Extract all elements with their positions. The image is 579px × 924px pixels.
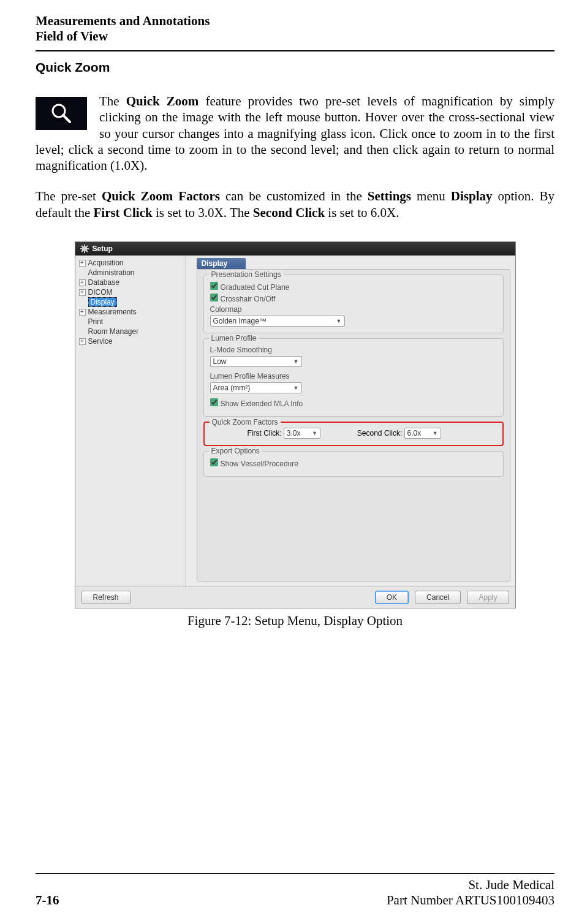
p2-t5: is set to 3.0X. The [153,205,253,220]
setup-window: Setup +Acquisition Administration +Datab… [75,241,516,608]
tree-item-roommanager[interactable]: Room Manager [77,327,184,336]
label-colormap: Colormap [210,305,497,314]
refresh-button[interactable]: Refresh [81,591,131,604]
plus-icon[interactable]: + [79,279,86,286]
tree-item-dicom[interactable]: +DICOM [77,287,184,297]
paragraph-2: The pre-set Quick Zoom Factors can be cu… [36,188,554,221]
nav-tree: +Acquisition Administration +Database +D… [75,256,186,586]
p2-t3: menu [411,189,451,203]
chevron-down-icon: ▼ [312,430,317,436]
plus-icon[interactable]: + [79,309,86,316]
tree-item-service[interactable]: +Service [77,336,184,346]
label-lmode-smoothing: L-Mode Smoothing [210,346,497,354]
p2-t2: can be customized in the [220,189,368,203]
dropdown-lmode-smoothing[interactable]: Low▼ [210,356,302,367]
tree-item-measurements[interactable]: +Measurements [77,307,184,317]
paragraph-1-bold: Quick Zoom [126,94,199,108]
group-label-presentation: Presentation Settings [209,270,284,279]
cancel-button[interactable]: Cancel [415,591,461,604]
p2-b5: Second Click [253,205,325,220]
section-heading: Quick Zoom [36,60,554,75]
window-titlebar[interactable]: Setup [75,242,515,256]
doc-header-line2: Field of View [36,29,554,44]
window-title: Setup [93,244,113,253]
footer-part-number: Part Number ARTUS100109403 [387,893,554,908]
group-lumen: Lumen Profile L-Mode Smoothing Low▼ Lume… [203,338,504,417]
dropdown-colormap-value: Golden Image™ [213,317,267,325]
svg-line-1 [63,115,70,122]
dropdown-first-click[interactable]: 3.0x▼ [284,428,320,439]
p2-t1: The pre-set [36,189,102,203]
dropdown-lumen-measures-value: Area (mm²) [213,384,251,392]
chevron-down-icon: ▼ [433,430,438,436]
chevron-down-icon: ▼ [293,385,299,391]
dropdown-colormap[interactable]: Golden Image™▼ [210,316,345,327]
group-label-lumen: Lumen Profile [209,334,259,343]
header-rule [36,50,554,51]
dropdown-first-click-value: 3.0x [287,429,301,437]
tree-item-administration[interactable]: Administration [77,268,184,278]
p2-b1: Quick Zoom Factors [102,189,220,203]
label-crosshair: Crosshair On/Off [221,295,276,303]
ok-button[interactable]: OK [375,591,409,604]
checkbox-graduated-cut-plane[interactable] [210,282,218,290]
paragraph-1: The Quick Zoom feature provides two pre-… [36,93,554,173]
panel-tab-display: Display [197,258,246,269]
tree-item-print[interactable]: Print [77,317,184,327]
label-show-vessel: Show Vessel/Procedure [221,460,298,468]
group-label-quick-zoom: Quick Zoom Factors [210,418,281,426]
checkbox-extended-mla[interactable] [210,398,218,406]
plus-icon[interactable]: + [79,260,86,267]
p2-b4: First Click [93,205,152,220]
display-panel: Presentation Settings Graduated Cut Plan… [197,269,510,581]
page-footer: 7-16 St. Jude Medical Part Number ARTUS1… [36,873,554,908]
dropdown-lumen-measures[interactable]: Area (mm²)▼ [210,382,302,393]
p2-t6: is set to 6.0X. [325,205,399,220]
page-number: 7-16 [36,893,59,908]
plus-icon[interactable]: + [79,289,86,296]
chevron-down-icon: ▼ [293,358,299,365]
p2-b2: Settings [368,189,411,203]
group-label-export: Export Options [209,447,262,455]
label-lumen-measures: Lumen Profile Measures [210,372,497,381]
group-export: Export Options Show Vessel/Procedure [203,451,504,477]
figure-block: Setup +Acquisition Administration +Datab… [36,241,554,629]
tree-item-database[interactable]: +Database [77,278,184,287]
checkbox-crosshair[interactable] [210,293,218,301]
plus-icon[interactable]: + [79,338,86,345]
dropdown-second-click[interactable]: 6.0x▼ [404,428,441,439]
dialog-button-row: Refresh OK Cancel Apply [75,586,515,608]
doc-header-line1: Measurements and Annotations [36,13,554,29]
label-second-click: Second Click: [357,429,402,437]
gear-icon [80,244,89,253]
label-graduated-cut-plane: Graduated Cut Plane [221,283,290,292]
chevron-down-icon: ▼ [336,318,342,324]
checkbox-show-vessel[interactable] [210,458,218,466]
tree-item-acquisition[interactable]: +Acquisition [77,258,184,268]
figure-caption: Figure 7-12: Setup Menu, Display Option [36,613,554,629]
apply-button[interactable]: Apply [467,591,509,604]
paragraph-1-text-pre: The [99,94,126,108]
label-first-click: First Click: [248,429,282,437]
footer-company: St. Jude Medical [387,877,554,893]
dropdown-second-click-value: 6.0x [407,429,422,437]
magnifier-icon [36,97,87,130]
label-extended-mla: Show Extended MLA Info [221,400,303,408]
group-presentation: Presentation Settings Graduated Cut Plan… [203,275,504,333]
p2-b3: Display [451,189,493,203]
dropdown-lmode-smoothing-value: Low [213,357,227,366]
tree-item-display[interactable]: Display [77,297,184,307]
group-quick-zoom: Quick Zoom Factors First Click: 3.0x▼ Se… [203,422,504,446]
